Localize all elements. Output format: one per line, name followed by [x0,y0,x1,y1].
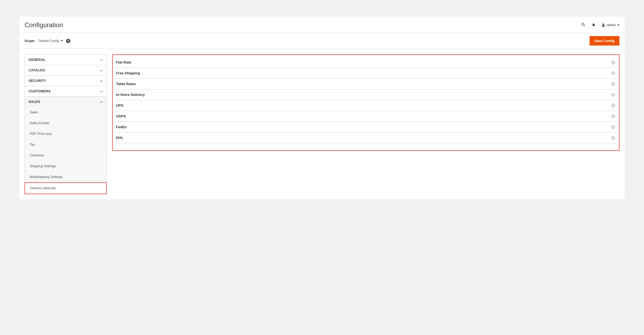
expand-icon [611,93,615,97]
chevron-down-icon [100,90,103,93]
subitem-multishipping-settings[interactable]: Multishipping Settings [25,172,106,182]
search-icon[interactable] [581,22,586,28]
method-label: Table Rates [116,82,136,86]
method-label: Free Shipping [116,71,140,75]
admin-label: admin [607,23,616,27]
svg-point-7 [612,136,615,139]
scope-bar: Scope: Default Config ? Save Config [19,33,625,49]
header-actions: admin [581,22,619,28]
chevron-up-icon [100,100,103,103]
method-free-shipping[interactable]: Free Shipping [115,68,619,79]
svg-point-1 [612,72,615,75]
svg-point-2 [612,82,615,85]
method-dhl[interactable]: DHL [115,132,619,143]
method-in-store-delivery[interactable]: In-Store Delivery [115,89,619,100]
chevron-down-icon [100,58,103,61]
chevron-down-icon [100,79,103,82]
nav-label: GENERAL [29,58,46,62]
method-usps[interactable]: USPS [115,111,619,122]
method-ups[interactable]: UPS [115,100,619,111]
expand-icon [611,125,615,129]
subitem-tax[interactable]: Tax [25,139,106,150]
method-table-rates[interactable]: Table Rates [115,79,619,89]
help-icon[interactable]: ? [66,39,70,43]
svg-point-0 [612,61,615,64]
expand-icon [611,104,615,107]
nav-label: SALES [29,100,40,104]
nav-label: CUSTOMERS [29,89,50,93]
subitem-sales-emails[interactable]: Sales Emails [25,118,106,128]
delivery-methods-frame: Flat Rate Free Shipping Table Rates In-S… [112,54,619,151]
expand-icon [611,71,615,75]
method-label: FedEx [116,125,127,129]
scope-value: Default Config [39,39,59,43]
nav-label: CATALOG [29,68,45,72]
caret-down-icon [61,40,63,41]
method-label: DHL [116,136,123,140]
subitem-checkout[interactable]: Checkout [25,150,106,161]
method-label: USPS [116,114,126,118]
nav-section-general[interactable]: GENERAL [25,54,107,65]
method-label: In-Store Delivery [116,93,145,97]
expand-icon [611,114,615,118]
method-label: Flat Rate [116,60,131,64]
chevron-down-icon [100,69,103,72]
method-fedex[interactable]: FedEx [115,122,619,132]
body: GENERAL CATALOG SECURITY CUSTOMERS SALES… [19,49,625,200]
user-icon [601,23,605,27]
expand-icon [611,82,615,86]
admin-menu[interactable]: admin [601,23,619,27]
sales-subitems: Sales Sales Emails PDF Print-outs Tax Ch… [25,107,107,194]
subitem-shipping-settings[interactable]: Shipping Settings [25,161,106,172]
subitem-sales[interactable]: Sales [25,107,106,118]
nav-label: SECURITY [29,79,46,83]
sidebar: GENERAL CATALOG SECURITY CUSTOMERS SALES… [19,54,107,194]
scope-select[interactable]: Default Config [39,39,63,43]
caret-down-icon [617,25,619,26]
scope-label: Scope: [25,39,35,43]
svg-point-6 [612,125,615,128]
page-title: Configuration [25,21,63,29]
notifications-icon[interactable] [592,23,595,27]
svg-point-3 [612,93,615,96]
expand-icon [611,136,615,140]
subitem-delivery-methods[interactable]: Delivery Methods [25,182,107,194]
save-config-button[interactable]: Save Config [590,36,619,46]
expand-icon [611,61,615,64]
subitem-pdf-printouts[interactable]: PDF Print-outs [25,128,106,139]
svg-point-5 [612,115,615,118]
nav-section-catalog[interactable]: CATALOG [25,65,107,75]
nav-section-customers[interactable]: CUSTOMERS [25,86,107,96]
nav-section-sales[interactable]: SALES [25,96,107,107]
scope-left: Scope: Default Config ? [25,39,70,43]
method-flat-rate[interactable]: Flat Rate [115,57,619,68]
nav-section-security[interactable]: SECURITY [25,75,107,86]
method-label: UPS [116,103,123,107]
content: Flat Rate Free Shipping Table Rates In-S… [107,54,619,151]
config-panel: Configuration admin Scope: Default Confi… [19,16,625,200]
svg-point-4 [612,104,615,107]
header: Configuration admin [19,16,625,33]
